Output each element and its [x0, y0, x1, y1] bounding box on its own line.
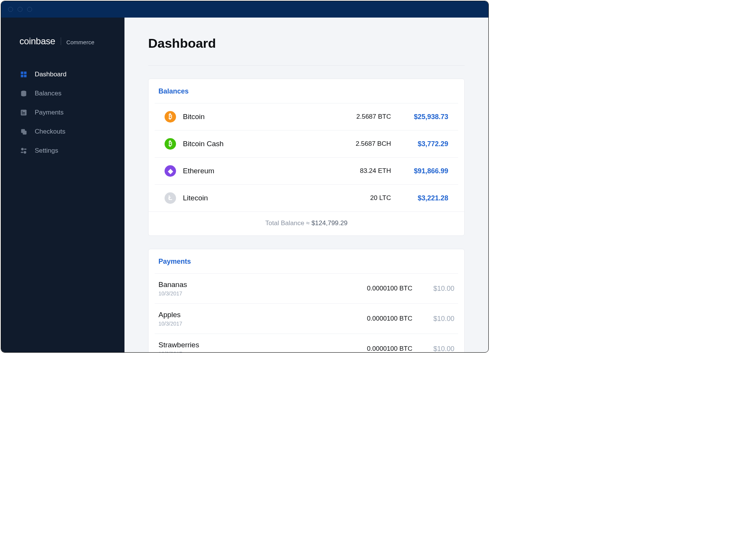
payment-amount: 0.0000100 BTC	[336, 345, 412, 352]
coin-usd: $3,772.29	[391, 140, 448, 148]
payment-usd: $10.00	[412, 285, 454, 293]
coin-usd: $91,866.99	[391, 167, 448, 175]
coin-amount: 20 LTC	[326, 194, 391, 202]
sidebar: coinbase Commerce DashboardBalancesPayme…	[1, 18, 124, 352]
balance-row[interactable]: ₿Bitcoin2.5687 BTC$25,938.73	[155, 103, 458, 130]
balances-total-label: Total Balance ≈	[265, 219, 310, 227]
svg-rect-2	[21, 75, 24, 77]
coin-amount: 2.5687 BTC	[326, 113, 391, 121]
svg-rect-10	[23, 131, 27, 135]
coin-icon: ₿	[165, 111, 176, 123]
svg-rect-8	[22, 114, 25, 114]
svg-rect-12	[24, 148, 27, 150]
payment-name: Bananas	[158, 281, 336, 289]
balances-icon	[19, 89, 28, 98]
balances-card: Balances ₿Bitcoin2.5687 BTC$25,938.73₿Bi…	[148, 79, 465, 236]
app-window: coinbase Commerce DashboardBalancesPayme…	[1, 1, 489, 353]
main-content: Dashboard Balances ₿Bitcoin2.5687 BTC$25…	[124, 18, 488, 352]
payments-icon	[19, 108, 28, 117]
brand-separator	[61, 37, 61, 45]
balance-row[interactable]: ◆Ethereum83.24 ETH$91,866.99	[155, 157, 458, 184]
payment-amount: 0.0000100 BTC	[336, 315, 412, 322]
payment-row[interactable]: Strawberries10/3/20170.0000100 BTC$10.00	[155, 334, 458, 352]
svg-point-14	[24, 151, 26, 154]
svg-rect-0	[21, 72, 24, 74]
coin-usd: $3,221.28	[391, 194, 448, 202]
sidebar-item-dashboard[interactable]: Dashboard	[1, 65, 124, 84]
balances-card-title[interactable]: Balances	[149, 79, 464, 103]
payment-name: Apples	[158, 311, 336, 319]
page-title: Dashboard	[148, 36, 465, 66]
sidebar-item-label: Payments	[35, 109, 64, 116]
brand-sub: Commerce	[66, 39, 94, 45]
balances-total-amount: $124,799.29	[312, 219, 348, 227]
balance-row[interactable]: ŁLitecoin20 LTC$3,221.28	[155, 184, 458, 211]
window-close-dot[interactable]	[8, 7, 13, 12]
coin-name: Ethereum	[183, 167, 326, 175]
payment-row[interactable]: Bananas10/3/20170.0000100 BTC$10.00	[155, 273, 458, 303]
coin-icon: ₿	[165, 138, 176, 150]
coin-name: Litecoin	[183, 194, 326, 202]
app-body: coinbase Commerce DashboardBalancesPayme…	[1, 18, 488, 352]
sidebar-item-settings[interactable]: Settings	[1, 141, 124, 160]
coin-name: Bitcoin	[183, 113, 326, 121]
dashboard-icon	[19, 70, 28, 79]
balances-total-row: Total Balance ≈ $124,799.29	[149, 211, 464, 235]
svg-point-11	[21, 148, 24, 151]
payments-card: Payments Bananas10/3/20170.0000100 BTC$1…	[148, 249, 465, 352]
sidebar-item-label: Checkouts	[35, 128, 65, 135]
window-minimize-dot[interactable]	[18, 7, 23, 12]
settings-icon	[19, 147, 28, 155]
sidebar-item-label: Settings	[35, 147, 58, 155]
window-maximize-dot[interactable]	[27, 7, 32, 12]
payment-usd: $10.00	[412, 315, 454, 323]
svg-rect-3	[24, 75, 27, 77]
sidebar-item-label: Balances	[35, 90, 61, 97]
coin-amount: 83.24 ETH	[326, 167, 391, 175]
checkouts-icon	[19, 127, 28, 136]
payment-name: Strawberries	[158, 341, 336, 349]
coin-icon: ◆	[165, 165, 176, 177]
payment-amount: 0.0000100 BTC	[336, 285, 412, 292]
sidebar-item-checkouts[interactable]: Checkouts	[1, 122, 124, 141]
sidebar-nav: DashboardBalancesPaymentsCheckoutsSettin…	[1, 65, 124, 160]
svg-rect-1	[24, 72, 27, 74]
coin-icon: Ł	[165, 192, 176, 204]
svg-rect-6	[22, 111, 23, 112]
svg-rect-7	[22, 112, 25, 113]
balance-row[interactable]: ₿Bitcoin Cash2.5687 BCH$3,772.29	[155, 130, 458, 157]
payment-date: 10/3/2017	[158, 351, 336, 352]
sidebar-item-payments[interactable]: Payments	[1, 103, 124, 122]
svg-rect-13	[21, 152, 24, 153]
sidebar-item-label: Dashboard	[35, 71, 66, 78]
payment-row[interactable]: Apples10/3/20170.0000100 BTC$10.00	[155, 303, 458, 334]
sidebar-item-balances[interactable]: Balances	[1, 84, 124, 103]
brand: coinbase Commerce	[1, 36, 124, 65]
payment-date: 10/3/2017	[158, 321, 336, 327]
brand-main: coinbase	[19, 36, 55, 47]
payments-card-title[interactable]: Payments	[149, 249, 464, 273]
payment-date: 10/3/2017	[158, 290, 336, 297]
window-titlebar	[1, 1, 488, 18]
coin-usd: $25,938.73	[391, 113, 448, 121]
payment-usd: $10.00	[412, 345, 454, 353]
coin-name: Bitcoin Cash	[183, 140, 326, 148]
coin-amount: 2.5687 BCH	[326, 140, 391, 148]
